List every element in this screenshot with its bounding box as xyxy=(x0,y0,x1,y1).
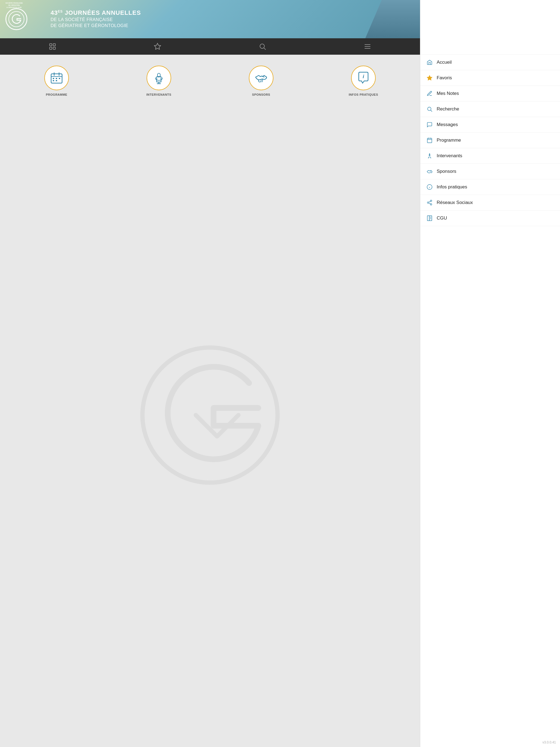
bottom-nav xyxy=(0,38,420,55)
book-sidebar-icon xyxy=(426,214,433,222)
svg-point-41 xyxy=(430,204,432,205)
social-sidebar-icon xyxy=(426,199,433,206)
icon-grid: PROGRAMME xyxy=(0,55,420,102)
svg-rect-2 xyxy=(53,44,55,46)
page-wrapper: SOCIÉTÉ FRANÇAISE DE GÉRIATRIE & GÉRONTO… xyxy=(0,0,560,747)
svg-point-40 xyxy=(427,202,429,203)
sidebar-item-accueil[interactable]: Accueil xyxy=(420,55,560,70)
logo-svg xyxy=(8,11,25,27)
star-nav-icon xyxy=(154,43,161,50)
svg-rect-29 xyxy=(427,138,432,143)
sidebar-item-cgu[interactable]: CGU xyxy=(420,210,560,226)
svg-marker-5 xyxy=(154,43,160,49)
svg-rect-44 xyxy=(427,216,429,221)
watermark-logo xyxy=(139,344,281,486)
icon-intervenants[interactable]: INTERVENANTS xyxy=(108,66,210,96)
sidebar-item-reseaux[interactable]: Réseaux Sociaux xyxy=(420,195,560,210)
sidebar-item-favoris[interactable]: Favoris xyxy=(420,70,560,86)
header-title: 43ES JOURNÉES ANNUELLES xyxy=(51,9,141,17)
svg-line-7 xyxy=(264,48,265,50)
svg-rect-1 xyxy=(50,44,52,46)
nav-row xyxy=(0,38,560,55)
svg-text:i: i xyxy=(362,74,364,79)
svg-point-27 xyxy=(428,107,431,111)
logo-circle xyxy=(5,8,27,30)
icon-sponsors[interactable]: SPONSORS xyxy=(210,66,312,96)
sponsors-label: SPONSORS xyxy=(252,93,270,96)
icon-programme[interactable]: PROGRAMME xyxy=(5,66,108,96)
home-icon xyxy=(426,58,433,66)
programme-sidebar-label: Programme xyxy=(437,137,461,143)
svg-rect-4 xyxy=(53,47,55,49)
recherche-label: Recherche xyxy=(437,106,459,112)
programme-label: PROGRAMME xyxy=(46,93,67,96)
handshake-sidebar-icon xyxy=(426,168,433,175)
svg-point-0 xyxy=(9,11,24,27)
nav-recherche[interactable] xyxy=(210,38,315,55)
infos-svg: i xyxy=(357,71,370,85)
sidebar-item-infos[interactable]: Infos pratiques xyxy=(420,179,560,195)
svg-line-42 xyxy=(429,203,430,204)
programme-svg xyxy=(50,71,63,85)
intervenants-sidebar-label: Intervenants xyxy=(437,153,462,159)
sidebar-top-space xyxy=(420,0,560,38)
sidebar-item-programme[interactable]: Programme xyxy=(420,133,560,148)
search-nav-icon xyxy=(259,43,266,50)
top-section: SOCIÉTÉ FRANÇAISE DE GÉRIATRIE & GÉRONTO… xyxy=(0,0,560,38)
header-banner: SOCIÉTÉ FRANÇAISE DE GÉRIATRIE & GÉRONTO… xyxy=(0,0,420,38)
search-sidebar-icon xyxy=(426,105,433,113)
favoris-label: Favoris xyxy=(437,75,452,81)
svg-marker-26 xyxy=(427,75,432,80)
menu-nav-icon xyxy=(364,43,371,50)
svg-point-35 xyxy=(429,154,430,156)
sidebar-item-mes-notes[interactable]: Mes Notes xyxy=(420,86,560,101)
calendar-sidebar-icon xyxy=(426,136,433,144)
svg-rect-17 xyxy=(56,78,57,79)
sponsors-sidebar-label: Sponsors xyxy=(437,169,456,174)
intervenants-svg xyxy=(152,71,166,85)
notes-icon xyxy=(426,90,433,97)
svg-rect-20 xyxy=(56,80,57,81)
sidebar-item-sponsors[interactable]: Sponsors xyxy=(420,164,560,179)
sidebar-item-messages[interactable]: Messages xyxy=(420,117,560,133)
svg-rect-19 xyxy=(53,80,54,81)
sidebar-nav-space xyxy=(420,38,560,55)
nav-menu[interactable] xyxy=(315,38,420,55)
info-sidebar-icon xyxy=(426,183,433,191)
header-text: 43ES JOURNÉES ANNUELLES DE LA SOCIÉTÉ FR… xyxy=(51,9,141,29)
svg-rect-3 xyxy=(50,47,52,49)
nav-favoris[interactable] xyxy=(105,38,210,55)
svg-point-39 xyxy=(430,200,432,202)
icon-infos[interactable]: i INFOS PRATIQUES xyxy=(312,66,414,96)
nav-programme[interactable] xyxy=(0,38,105,55)
header-subtitle-line2: DE LA SOCIÉTÉ FRANÇAISE xyxy=(51,17,141,23)
body-section: PROGRAMME xyxy=(0,55,560,747)
reseaux-label: Réseaux Sociaux xyxy=(437,200,473,205)
programme-circle xyxy=(44,66,69,90)
messages-label: Messages xyxy=(437,122,458,127)
org-name-small: SOCIÉTÉ FRANÇAISE DE GÉRIATRIE & GÉRONTO… xyxy=(5,2,23,8)
intervenants-circle xyxy=(147,66,171,90)
svg-rect-45 xyxy=(429,216,432,221)
cgu-label: CGU xyxy=(437,215,447,221)
svg-line-43 xyxy=(429,201,430,202)
sponsors-circle xyxy=(249,66,274,90)
star-sidebar-icon xyxy=(426,74,433,82)
mes-notes-label: Mes Notes xyxy=(437,91,459,96)
svg-rect-18 xyxy=(59,78,60,79)
svg-point-6 xyxy=(260,44,264,48)
grid-icon xyxy=(49,43,56,50)
sponsors-svg xyxy=(254,71,268,85)
header-subtitle-line3: DE GÉRIATRIE ET GÉRONTOLOGIE xyxy=(51,23,141,29)
left-main: PROGRAMME xyxy=(0,55,420,747)
accueil-label: Accueil xyxy=(437,60,452,65)
infos-sidebar-label: Infos pratiques xyxy=(437,184,467,190)
sidebar-item-recherche[interactable]: Recherche xyxy=(420,101,560,117)
infos-circle: i xyxy=(351,66,376,90)
sidebar-item-intervenants[interactable]: Intervenants xyxy=(420,148,560,164)
message-icon xyxy=(426,121,433,129)
person-sidebar-icon xyxy=(426,152,433,160)
svg-rect-16 xyxy=(53,78,54,79)
svg-line-28 xyxy=(431,110,432,111)
intervenants-label: INTERVENANTS xyxy=(146,93,171,96)
